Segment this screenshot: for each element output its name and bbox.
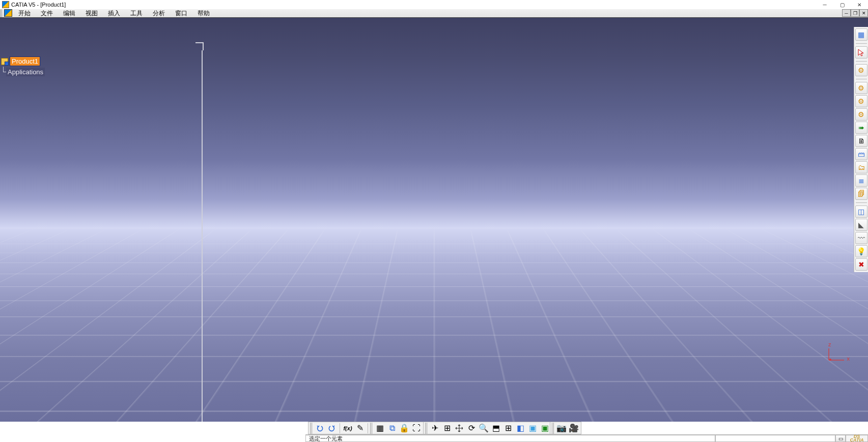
window-close-button[interactable]: ✕ xyxy=(851,0,868,9)
menu-help[interactable]: 帮助 xyxy=(192,9,215,17)
specification-tree[interactable]: Product1 Applications xyxy=(1,56,45,77)
lock-icon[interactable]: 🔒 xyxy=(399,423,410,434)
assembly-design-icon[interactable]: ▦ xyxy=(855,28,867,41)
menu-insert[interactable]: 插入 xyxy=(103,9,125,17)
status-options-button[interactable]: ▭ xyxy=(835,435,846,442)
undo-icon[interactable] xyxy=(314,423,325,434)
delete-constraint-icon[interactable]: ✖ xyxy=(855,258,867,271)
normal-view-icon[interactable]: ⬒ xyxy=(490,423,501,434)
select-arrow-icon[interactable] xyxy=(855,46,867,58)
hide-show-icon[interactable]: ▣ xyxy=(539,423,550,434)
annotate-icon[interactable]: ✎ xyxy=(354,423,366,434)
bottom-toolbar-standard: f(x) ✎ ▦ ⧉ 🔒 ⛶ xyxy=(308,422,424,434)
pan-icon[interactable] xyxy=(454,423,465,434)
capture-icon[interactable]: 📷 xyxy=(556,423,567,434)
brand-logo: DS CATIA xyxy=(846,435,868,442)
multi-view-icon[interactable]: ⊞ xyxy=(502,423,514,434)
expand-icon[interactable]: ⛶ xyxy=(411,423,422,434)
document-close-button[interactable]: ✕ xyxy=(859,9,868,17)
fit-all-icon[interactable]: ⊞ xyxy=(441,423,453,434)
document-icon[interactable] xyxy=(4,9,12,17)
product-icon xyxy=(1,58,8,65)
replace-component-icon[interactable]: ⚙ xyxy=(855,108,867,121)
window-title: CATIA V5 - [Product1] xyxy=(11,2,66,8)
window-minimize-button[interactable]: ─ xyxy=(816,0,833,9)
status-bar: 选定一个元素 ▭ DS CATIA xyxy=(305,434,868,442)
toolbar-grip[interactable] xyxy=(370,423,373,434)
power-input[interactable] xyxy=(715,435,835,442)
formula-icon[interactable]: f(x) xyxy=(342,423,353,434)
fly-icon[interactable]: ✈ xyxy=(429,423,440,434)
document-minimize-button[interactable]: ─ xyxy=(842,9,851,17)
zoom-icon[interactable]: 🔍 xyxy=(478,423,489,434)
tree-branch-icon xyxy=(1,67,6,77)
viewport-grid-v xyxy=(0,228,868,422)
tree-scroll-corner xyxy=(195,42,204,50)
document-restore-button[interactable]: ❐ xyxy=(851,9,859,17)
app-icon xyxy=(2,1,9,8)
window-maximize-button[interactable]: ▢ xyxy=(833,0,851,9)
tree-scroll-divider[interactable] xyxy=(202,50,203,422)
menu-view[interactable]: 视图 xyxy=(80,9,103,17)
graph-tree-icon[interactable]: 🗂 xyxy=(855,161,867,173)
grid-icon[interactable]: ▦ xyxy=(374,423,385,434)
redo-icon[interactable] xyxy=(326,423,338,434)
workbench-icon[interactable]: ⧉ xyxy=(386,423,398,434)
product-structure-icon[interactable]: 🗃 xyxy=(855,148,867,160)
tree-node-product[interactable]: Product1 xyxy=(1,56,45,67)
menu-analyze[interactable]: 分析 xyxy=(148,9,170,17)
tree-node-product-label[interactable]: Product1 xyxy=(10,56,40,66)
tree-node-applications-label[interactable]: Applications xyxy=(6,68,45,76)
menu-file[interactable]: 文件 xyxy=(36,9,58,17)
tree-node-applications[interactable]: Applications xyxy=(1,67,45,77)
window-titlebar: CATIA V5 - [Product1] ─ ▢ ✕ xyxy=(0,0,868,9)
bottom-toolbar-capture: 📷 🎥 xyxy=(550,422,581,434)
iso-view-icon[interactable]: ◧ xyxy=(515,423,526,434)
bom-icon[interactable]: ≣ xyxy=(855,174,867,187)
status-message: 选定一个元素 xyxy=(305,435,715,442)
work-area: Product1 Applications z x xyxy=(0,18,868,422)
menu-start[interactable]: 开始 xyxy=(13,9,36,17)
fast-multi-instantiation-icon[interactable]: ➠ xyxy=(855,122,867,134)
toolbar-grip[interactable] xyxy=(310,423,313,434)
status-left-gap xyxy=(0,434,305,442)
existing-with-pos-icon[interactable]: ⚙ xyxy=(855,95,867,107)
render-style-icon[interactable]: ▣ xyxy=(527,423,538,434)
video-icon[interactable]: 🎥 xyxy=(568,423,579,434)
bottom-toolbar-view: ✈ ⊞ ⟳ 🔍 ⬒ ⊞ ◧ ▣ ▣ ◐ xyxy=(423,422,565,434)
menu-window[interactable]: 窗口 xyxy=(170,9,192,17)
rotate-icon[interactable]: ⟳ xyxy=(466,423,477,434)
menu-edit[interactable]: 编辑 xyxy=(58,9,80,17)
toolbar-grip[interactable] xyxy=(0,9,3,17)
define-multi-instantiation-icon[interactable]: 🗐 xyxy=(855,188,867,200)
contact-constraint-icon[interactable]: ◣ xyxy=(855,219,867,231)
toolbar-grip[interactable] xyxy=(552,423,555,434)
existing-component-icon[interactable]: ⚙ xyxy=(855,82,867,94)
toolbar-grip[interactable] xyxy=(425,423,428,434)
coincidence-constraint-icon[interactable]: ◫ xyxy=(855,205,867,218)
menu-bar: 开始 文件 编辑 视图 插入 工具 分析 窗口 帮助 xyxy=(0,9,868,18)
menu-tools[interactable]: 工具 xyxy=(125,9,148,17)
3d-viewport[interactable] xyxy=(0,18,868,422)
right-toolbar: ▦ ⚙ ⚙ ⚙ ⚙ ➠ 🗎 🗃 🗂 ≣ 🗐 ◫ ◣ 〰 💡 ✖ xyxy=(854,27,868,272)
brand-catia-label: CATIA xyxy=(850,438,864,442)
lightbulb-icon[interactable]: 💡 xyxy=(855,245,867,257)
generate-numbering-icon[interactable]: 🗎 xyxy=(855,135,867,147)
manipulation-icon[interactable]: ⚙ xyxy=(855,64,867,76)
document-window-controls: ─ ❐ ✕ xyxy=(842,9,868,17)
plane-constraint-icon[interactable]: 〰 xyxy=(855,232,867,244)
